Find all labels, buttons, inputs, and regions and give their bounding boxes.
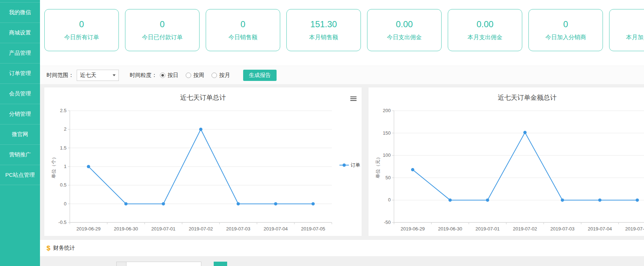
sidebar-item-label: 营销推广 (9, 151, 31, 158)
sidebar-item[interactable]: 订单管理 (0, 63, 40, 83)
radio-circle-icon (186, 73, 191, 78)
stat-card: 0 今日销售额 (206, 9, 280, 51)
svg-text:2019-07-02: 2019-07-02 (189, 226, 213, 232)
svg-text:2019-06-30: 2019-06-30 (438, 226, 462, 232)
stat-label: 本月支出佣金 (468, 34, 503, 41)
sidebar-item-label: 产品管理 (9, 50, 31, 57)
sidebar-item-label: PC站点管理 (5, 172, 35, 179)
sidebar-item-label: 我的微信 (9, 9, 31, 16)
svg-text:0: 0 (64, 201, 67, 206)
stat-label: 今日已付款订单 (142, 34, 183, 41)
svg-text:单位（元）: 单位（元） (375, 155, 381, 179)
stat-card: 0 本月加入分销商 (609, 9, 644, 51)
svg-text:2: 2 (64, 126, 67, 132)
stat-card: 0 今日所有订单 (44, 9, 119, 51)
svg-text:1.5: 1.5 (60, 145, 67, 151)
svg-text:2019-07-02: 2019-07-02 (513, 226, 537, 232)
sidebar-item-label: 微官网 (12, 131, 28, 138)
sidebar-item[interactable]: 商城设置 (0, 22, 40, 43)
radio-circle-icon (160, 73, 165, 78)
svg-text:50: 50 (386, 175, 391, 180)
bottom-text-input[interactable] (126, 262, 201, 266)
stat-value: 151.30 (310, 19, 337, 29)
orders-count-chart-panel: 近七天订单总计 -0.500.511.522.52019-06-292019-0… (44, 87, 362, 236)
svg-text:订单: 订单 (351, 162, 360, 168)
sidebar-item[interactable]: 会员管理 (0, 83, 40, 104)
svg-text:0: 0 (388, 197, 391, 202)
orders-count-chart-canvas[interactable]: -0.500.511.522.52019-06-292019-06-302019… (44, 87, 362, 236)
sidebar-item[interactable]: 产品管理 (0, 43, 40, 63)
time-range-select[interactable]: 近七天 (77, 70, 119, 81)
svg-text:2019-07-01: 2019-07-01 (151, 226, 176, 232)
svg-text:200: 200 (383, 108, 391, 113)
svg-text:2019-07-03: 2019-07-03 (550, 226, 575, 232)
stat-label: 今日销售额 (229, 34, 258, 41)
stat-card: 0 今日加入分销商 (528, 9, 603, 51)
svg-text:-0.5: -0.5 (59, 220, 67, 225)
stats-row: 0 今日所有订单 0 今日已付款订单 0 今日销售额 151.30 本月销售额 … (40, 0, 644, 66)
svg-text:1: 1 (64, 164, 67, 169)
generate-report-button[interactable]: 生成报告 (243, 70, 277, 81)
bottom-action-button[interactable] (214, 262, 227, 266)
charts-row: 近七天订单总计 -0.500.511.522.52019-06-292019-0… (40, 87, 644, 236)
svg-text:-50: -50 (384, 220, 391, 225)
granularity-radio[interactable]: 按日 (160, 72, 178, 79)
dollar-icon: $ (47, 244, 51, 252)
sidebar-item[interactable]: PC站点管理 (0, 165, 40, 185)
sidebar: 我的微信 商城设置 产品管理 订单管理 会员管理 分销管理 微官网 营销推广 P… (0, 0, 40, 266)
svg-text:2.5: 2.5 (60, 108, 67, 113)
svg-text:2019-07-01: 2019-07-01 (475, 226, 500, 232)
stat-label: 本月销售额 (309, 34, 338, 41)
sidebar-item-label: 分销管理 (9, 111, 31, 118)
radio-label: 按周 (193, 72, 204, 79)
stat-label: 今日所有订单 (64, 34, 99, 41)
finance-section-header[interactable]: $ 财务统计 (40, 240, 644, 256)
svg-text:2019-07-03: 2019-07-03 (226, 226, 250, 232)
time-range-label: 时间范围： (47, 72, 74, 79)
input-addon-button[interactable] (116, 262, 126, 266)
granularity-radio[interactable]: 按月 (212, 72, 230, 79)
stat-value: 0 (563, 19, 568, 29)
granularity-radio[interactable]: 按周 (186, 72, 204, 79)
stat-card: 0 今日已付款订单 (125, 9, 200, 51)
stat-card: 0.00 今日支出佣金 (367, 9, 442, 51)
radio-circle-icon (212, 73, 217, 78)
radio-label: 按月 (219, 72, 230, 79)
orders-amount-chart-panel: 近七天订单金额总计 -500501001502002019-06-292019-… (369, 87, 644, 236)
stat-card: 151.30 本月销售额 (286, 9, 361, 51)
radio-label: 按日 (168, 72, 178, 79)
svg-text:100: 100 (383, 152, 391, 158)
time-range-selected-value: 近七天 (80, 72, 96, 79)
bottom-controls (40, 262, 227, 266)
svg-text:0.5: 0.5 (60, 182, 67, 188)
svg-text:2019-06-29: 2019-06-29 (401, 226, 425, 232)
stat-value: 0.00 (476, 19, 494, 29)
caret-down-icon (113, 74, 116, 76)
sidebar-item[interactable]: 微官网 (0, 124, 40, 144)
granularity-label: 时间粒度： (130, 72, 157, 79)
svg-text:2019-07-05: 2019-07-05 (301, 226, 325, 232)
main-content: 0 今日所有订单 0 今日已付款订单 0 今日销售额 151.30 本月销售额 … (40, 0, 644, 266)
stat-value: 0.00 (396, 19, 413, 29)
svg-text:2019-07-04: 2019-07-04 (263, 226, 288, 232)
orders-amount-chart-canvas[interactable]: -500501001502002019-06-292019-06-302019-… (369, 87, 644, 236)
sidebar-item-label: 商城设置 (9, 29, 31, 36)
svg-text:2019-06-30: 2019-06-30 (114, 226, 138, 232)
granularity-options: 按日 按周 按月 (160, 72, 237, 79)
svg-text:2019-06-29: 2019-06-29 (76, 226, 101, 232)
stat-value: 0 (79, 19, 84, 29)
svg-text:2019-07-04: 2019-07-04 (588, 226, 612, 232)
sidebar-item-label: 订单管理 (9, 70, 31, 77)
stat-label: 今日加入分销商 (546, 34, 586, 41)
stat-card: 0.00 本月支出佣金 (448, 9, 522, 51)
svg-text:150: 150 (383, 130, 391, 136)
sidebar-item[interactable]: 分销管理 (0, 104, 40, 124)
sidebar-item[interactable]: 我的微信 (0, 2, 40, 22)
svg-text:单位（个）: 单位（个） (51, 155, 56, 179)
stat-value: 0 (241, 19, 245, 29)
stat-value: 0 (160, 19, 165, 29)
sidebar-item[interactable]: 营销推广 (0, 144, 40, 165)
stat-label: 今日支出佣金 (387, 34, 422, 41)
sidebar-item-label: 会员管理 (9, 90, 31, 97)
filter-bar: 时间范围： 近七天 时间粒度： 按日 按周 按月 (40, 66, 644, 84)
